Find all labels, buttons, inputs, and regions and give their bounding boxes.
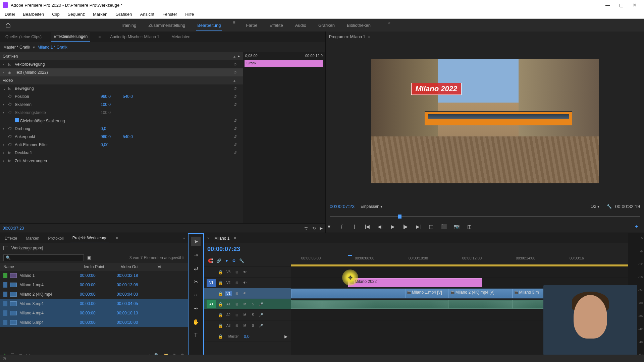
program-monitor[interactable]: Milano 2022 <box>326 42 644 200</box>
anker-x[interactable]: 960,0 <box>101 134 121 139</box>
step-back-icon[interactable]: ◀| <box>377 224 383 229</box>
src-v1[interactable]: V1 <box>207 279 216 287</box>
lock-icon[interactable]: 🔒 <box>218 302 223 307</box>
project-row[interactable]: Milano 2 (4K).mp400:00:0000:00:04:03 <box>0 290 188 299</box>
sync-lock-icon[interactable]: ⊞ <box>234 301 240 307</box>
loop-icon[interactable]: ⟲ <box>312 226 316 231</box>
title-overlay[interactable]: Milano 2022 <box>411 83 462 95</box>
reset-icon[interactable]: ↺ <box>233 62 240 67</box>
link-icon[interactable]: 🔗 <box>216 258 221 263</box>
project-row[interactable]: Milano 100:00:0000:00:32:18 <box>0 271 188 280</box>
fit-select[interactable]: Einpassen ▾ <box>358 203 385 209</box>
prop-antiflimmer[interactable]: ›⏱Anti-Flimmer-Filter0,00↺ <box>0 141 243 149</box>
tab-projekt[interactable]: Projekt: Werkzeuge <box>70 234 110 242</box>
track-a3[interactable]: 🔒A3⊞MS🎤 <box>204 320 291 331</box>
master-link[interactable]: Master * Grafik <box>3 45 30 50</box>
ws-bearbeitung[interactable]: Bearbeitung <box>196 20 222 31</box>
selection-tool[interactable]: ➤ <box>191 237 201 246</box>
search-input[interactable]: 🔍 <box>3 254 84 261</box>
timeline-tc[interactable]: 00:00:07:23 <box>207 246 240 253</box>
tab-metadaten[interactable]: Metadaten <box>169 33 193 41</box>
sync-lock-icon[interactable]: ⊞ <box>234 269 240 275</box>
menu-datei[interactable]: Datei <box>3 11 17 17</box>
kf-play-icon[interactable]: ▸ <box>238 54 240 58</box>
mic-icon[interactable]: 🎤 <box>258 312 264 318</box>
section-grafiken[interactable]: Grafiken▴ <box>0 52 243 60</box>
tab-protokoll[interactable]: Protokoll <box>46 235 66 242</box>
panel-menu-icon[interactable]: ≡ <box>98 35 101 39</box>
prop-drehung[interactable]: ›⏱Drehung0,0↺ <box>0 125 243 133</box>
ws-overflow-icon[interactable]: » <box>388 20 390 31</box>
close-seq-icon[interactable]: × <box>207 236 210 241</box>
scrub-head[interactable] <box>398 215 401 219</box>
col-in[interactable]: leo In-Point <box>84 264 121 269</box>
drehung-val[interactable]: 0,0 <box>101 126 121 131</box>
col-out[interactable]: Video Out <box>121 264 158 269</box>
menu-clip[interactable]: Clip <box>50 11 61 17</box>
anker-y[interactable]: 540,0 <box>123 134 143 139</box>
source-link[interactable]: Milano 1 * Grafik <box>38 45 67 50</box>
lock-icon[interactable]: 🔒 <box>218 334 223 339</box>
goto-out-icon[interactable]: ▶| <box>415 224 422 229</box>
clip-v1b[interactable]: 🎬 Milano 1.mp4 [V] <box>405 289 449 298</box>
section-video[interactable]: Video▴ <box>0 76 243 84</box>
slip-tool[interactable]: ↔ <box>191 290 201 300</box>
clip-v1c[interactable]: 🎬 Milano 2 (4K).mp4 [V] <box>449 289 513 298</box>
track-a1[interactable]: A1🔒A1⊞MS🎤 <box>204 299 291 310</box>
ws-menu-icon[interactable]: ≡ <box>233 20 235 31</box>
out-icon[interactable]: } <box>351 224 358 229</box>
wrench-icon[interactable]: 🔧 <box>607 204 612 209</box>
reset-icon[interactable]: ↺ <box>233 118 240 123</box>
marker-icon[interactable]: ▼ <box>326 224 332 229</box>
snap-icon[interactable]: 🧲 <box>208 258 213 263</box>
prop-skalieren[interactable]: ›⏱Skalieren100,0↺ <box>0 101 243 109</box>
tab-audiomischer[interactable]: Audioclip-Mischer: Milano 1 <box>107 33 162 41</box>
tl-v3[interactable] <box>291 267 628 278</box>
eye-icon[interactable]: 👁 <box>242 269 248 275</box>
fx-bewegung[interactable]: ⌄fxBewegung↺ <box>0 84 243 93</box>
ws-zusammenstellung[interactable]: Zusammenstellung <box>147 20 186 31</box>
menu-ansicht[interactable]: Ansicht <box>138 11 156 17</box>
menu-marken[interactable]: Marken <box>91 11 109 17</box>
project-row[interactable]: Milano 1.mp400:00:0000:00:13:08 <box>0 280 188 290</box>
prop-gleichmassig[interactable]: Gleichmäßige Skalierung↺ <box>0 117 243 125</box>
color-chip[interactable] <box>3 310 7 316</box>
add-button-icon[interactable]: + <box>633 223 640 230</box>
pos-y[interactable]: 540,0 <box>123 94 143 99</box>
expand-icon[interactable]: » <box>183 236 185 241</box>
sync-lock-icon[interactable]: ⊞ <box>234 291 240 297</box>
col-name[interactable]: Name <box>3 264 84 269</box>
track-v3[interactable]: 🔒V3⊞👁 <box>204 267 291 278</box>
tab-quelle[interactable]: Quelle: (keine Clips) <box>3 33 44 41</box>
kf-clip-bar[interactable]: Grafik <box>245 60 323 67</box>
track-select-tool[interactable]: ⇥ <box>191 250 201 259</box>
play-icon[interactable]: ▶ <box>389 224 396 229</box>
compare-icon[interactable]: ◫ <box>466 224 473 229</box>
reset-icon[interactable]: ↺ <box>233 126 240 131</box>
ws-farbe[interactable]: Farbe <box>245 20 259 31</box>
lock-icon[interactable]: 🔒 <box>218 281 223 285</box>
clip-graphic[interactable]: 🎬 Milano 2022 <box>348 278 482 287</box>
project-row[interactable]: Milano 5.mp400:00:0000:00:10:00 <box>0 318 188 327</box>
ripple-tool[interactable]: ⇄ <box>191 263 201 273</box>
reset-icon[interactable]: ↺ <box>233 86 240 91</box>
menu-hilfe[interactable]: Hilfe <box>183 11 196 17</box>
lift-icon[interactable]: ⬚ <box>428 224 434 229</box>
ws-effekte[interactable]: Effekte <box>268 20 284 31</box>
filter-bin-icon[interactable]: ▣ <box>87 255 91 260</box>
razor-tool[interactable]: ✂ <box>191 277 201 286</box>
track-a2[interactable]: 🔒A2⊞MS🎤 <box>204 310 291 320</box>
project-row[interactable]: Milano 4.mp400:00:0000:00:10:13 <box>0 308 188 318</box>
skal-val[interactable]: 100,0 <box>101 102 121 107</box>
marker-add-icon[interactable]: ▼ <box>225 258 229 263</box>
project-menu-icon[interactable]: ≡ <box>115 236 118 241</box>
ws-bibliotheken[interactable]: Bibliotheken <box>345 20 372 31</box>
goto-in-icon[interactable]: |◀ <box>364 224 371 229</box>
tab-effekte[interactable]: Effekte <box>3 235 19 242</box>
collapse-icon[interactable]: ▴ <box>233 78 240 83</box>
step-fwd-icon[interactable]: |▶ <box>402 224 409 229</box>
wrench-icon[interactable]: 🔧 <box>239 258 244 263</box>
program-tc-left[interactable]: 00:00:07:23 <box>330 204 355 209</box>
prop-position[interactable]: ⏱Position960,0540,0↺ <box>0 93 243 101</box>
sync-lock-icon[interactable]: ⊞ <box>234 323 240 329</box>
